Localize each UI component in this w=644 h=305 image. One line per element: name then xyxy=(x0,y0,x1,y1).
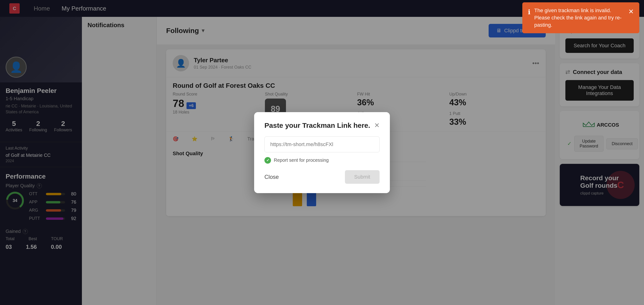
trackman-link-input[interactable] xyxy=(264,136,380,152)
modal-success-message: ✓ Report sent for processing xyxy=(264,157,380,164)
modal-header: Paste your Trackman Link here. ✕ xyxy=(264,122,380,130)
alert-icon: ℹ xyxy=(528,8,530,16)
modal-footer: Close Submit xyxy=(264,170,380,184)
alert-message: The given trackman link is invalid. Plea… xyxy=(534,7,624,28)
modal-submit-button[interactable]: Submit xyxy=(345,170,380,184)
modal-success-icon: ✓ xyxy=(264,157,271,164)
modal-overlay: Paste your Trackman Link here. ✕ ✓ Repor… xyxy=(0,0,644,305)
modal-success-text: Report sent for processing xyxy=(274,158,329,163)
modal-close-button[interactable]: ✕ xyxy=(374,122,380,129)
modal-title: Paste your Trackman Link here. xyxy=(264,122,370,130)
trackman-modal: Paste your Trackman Link here. ✕ ✓ Repor… xyxy=(254,112,390,193)
alert-banner: ℹ The given trackman link is invalid. Pl… xyxy=(522,2,639,33)
alert-close-icon[interactable]: ✕ xyxy=(628,7,634,16)
modal-close-label-button[interactable]: Close xyxy=(264,174,279,180)
